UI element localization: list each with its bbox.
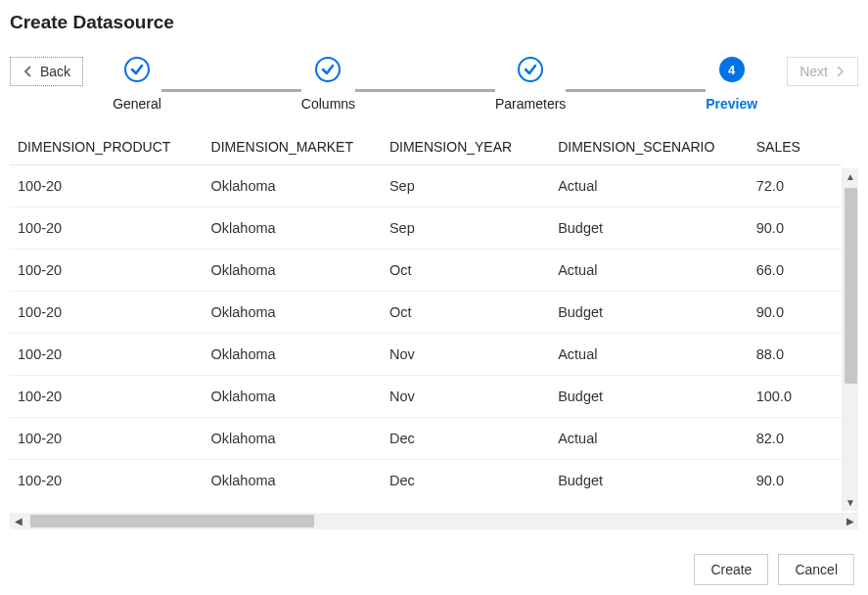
cell-year: Dec xyxy=(382,418,550,460)
col-header-scenario[interactable]: DIMENSION_SCENARIO xyxy=(550,129,749,165)
cell-overflow xyxy=(822,460,842,489)
cell-product: 100-20 xyxy=(10,250,204,292)
chevron-right-icon xyxy=(834,66,845,77)
cell-overflow xyxy=(822,250,842,292)
cell-product: 100-20 xyxy=(10,207,204,250)
cell-market: Oklahoma xyxy=(204,460,382,489)
cell-product: 100-20 xyxy=(10,334,204,376)
step-connector xyxy=(161,89,301,92)
cell-overflow xyxy=(822,376,842,418)
scroll-left-icon[interactable]: ◀ xyxy=(10,513,26,529)
vertical-scrollbar[interactable]: ▲ ▼ xyxy=(842,168,858,511)
cell-year: Oct xyxy=(382,250,550,292)
table-row[interactable]: 100-20OklahomaOctActual66.0 xyxy=(10,250,842,292)
table-header-row: DIMENSION_PRODUCT DIMENSION_MARKET DIMEN… xyxy=(10,129,842,165)
horizontal-scrollbar[interactable]: ◀ ▶ xyxy=(10,513,858,529)
checkmark-icon xyxy=(124,57,150,82)
cell-sales: 90.0 xyxy=(749,460,822,489)
step-connector xyxy=(566,89,706,92)
step-general[interactable]: General xyxy=(113,57,161,112)
scroll-thumb[interactable] xyxy=(30,515,314,527)
cell-overflow xyxy=(822,207,842,250)
cell-market: Oklahoma xyxy=(204,207,382,250)
cell-overflow xyxy=(822,418,842,460)
scroll-up-icon[interactable]: ▲ xyxy=(843,168,858,185)
step-label: Parameters xyxy=(495,96,566,112)
table-row[interactable]: 100-20OklahomaNovBudget100.0 xyxy=(10,376,842,418)
cell-product: 100-20 xyxy=(10,460,204,489)
back-button[interactable]: Back xyxy=(10,57,83,86)
step-label: Columns xyxy=(301,96,355,112)
cell-market: Oklahoma xyxy=(204,165,382,207)
table-row[interactable]: 100-20OklahomaDecActual82.0 xyxy=(10,418,842,460)
cell-year: Nov xyxy=(382,334,550,376)
cell-overflow xyxy=(822,165,842,207)
cell-market: Oklahoma xyxy=(204,334,382,376)
col-header-sales[interactable]: SALES xyxy=(749,129,822,165)
cell-year: Dec xyxy=(382,460,550,489)
next-button: Next xyxy=(787,57,858,86)
cell-sales: 90.0 xyxy=(749,292,822,334)
cell-market: Oklahoma xyxy=(204,292,382,334)
table-row[interactable]: 100-20OklahomaNovActual88.0 xyxy=(10,334,842,376)
col-header-market[interactable]: DIMENSION_MARKET xyxy=(204,129,382,165)
col-header-product[interactable]: DIMENSION_PRODUCT xyxy=(10,129,204,165)
cell-year: Nov xyxy=(382,376,550,418)
step-label: General xyxy=(113,96,161,112)
step-connector xyxy=(355,89,495,92)
create-button[interactable]: Create xyxy=(694,554,768,585)
cell-product: 100-20 xyxy=(10,376,204,418)
scroll-down-icon[interactable]: ▼ xyxy=(843,494,858,511)
scroll-thumb[interactable] xyxy=(845,188,857,384)
cell-overflow xyxy=(822,334,842,376)
table-row[interactable]: 100-20OklahomaDecBudget90.0 xyxy=(10,460,842,489)
cell-scenario: Budget xyxy=(550,292,749,334)
cell-sales: 100.0 xyxy=(749,376,822,418)
scroll-right-icon[interactable]: ▶ xyxy=(842,513,858,529)
wizard-stepper: General Columns Parameters 4 Preview xyxy=(83,57,787,112)
cell-sales: 88.0 xyxy=(749,334,822,376)
cell-year: Oct xyxy=(382,292,550,334)
checkmark-icon xyxy=(518,57,543,82)
step-label: Preview xyxy=(706,96,757,112)
step-number-icon: 4 xyxy=(719,57,745,82)
cell-market: Oklahoma xyxy=(204,376,382,418)
dialog-footer: Create Cancel xyxy=(694,554,854,585)
cell-market: Oklahoma xyxy=(204,418,382,460)
next-label: Next xyxy=(799,64,828,79)
cell-sales: 72.0 xyxy=(749,165,822,207)
chevron-left-icon xyxy=(23,66,34,77)
cell-market: Oklahoma xyxy=(204,250,382,292)
cell-scenario: Budget xyxy=(550,460,749,489)
step-columns[interactable]: Columns xyxy=(301,57,355,112)
cell-product: 100-20 xyxy=(10,165,204,207)
cell-scenario: Actual xyxy=(550,418,749,460)
cell-scenario: Actual xyxy=(550,165,749,207)
cell-scenario: Budget xyxy=(550,207,749,250)
preview-table: DIMENSION_PRODUCT DIMENSION_MARKET DIMEN… xyxy=(10,129,842,488)
cell-sales: 82.0 xyxy=(749,418,822,460)
cell-year: Sep xyxy=(382,165,550,207)
cell-sales: 66.0 xyxy=(749,250,822,292)
step-parameters[interactable]: Parameters xyxy=(495,57,566,112)
table-row[interactable]: 100-20OklahomaSepBudget90.0 xyxy=(10,207,842,250)
step-preview[interactable]: 4 Preview xyxy=(706,57,757,112)
cell-sales: 90.0 xyxy=(749,207,822,250)
cell-scenario: Budget xyxy=(550,376,749,418)
cell-product: 100-20 xyxy=(10,292,204,334)
back-label: Back xyxy=(40,64,70,79)
cell-scenario: Actual xyxy=(550,334,749,376)
cell-scenario: Actual xyxy=(550,250,749,292)
col-header-overflow xyxy=(822,129,842,165)
table-row[interactable]: 100-20OklahomaOctBudget90.0 xyxy=(10,292,842,334)
cell-product: 100-20 xyxy=(10,418,204,460)
table-row[interactable]: 100-20OklahomaSepActual72.0 xyxy=(10,165,842,207)
cancel-button[interactable]: Cancel xyxy=(778,554,854,585)
checkmark-icon xyxy=(315,57,341,82)
col-header-year[interactable]: DIMENSION_YEAR xyxy=(382,129,550,165)
cell-overflow xyxy=(822,292,842,334)
preview-table-region: DIMENSION_PRODUCT DIMENSION_MARKET DIMEN… xyxy=(10,129,858,511)
cell-year: Sep xyxy=(382,207,550,250)
page-title: Create Datasource xyxy=(10,12,858,33)
